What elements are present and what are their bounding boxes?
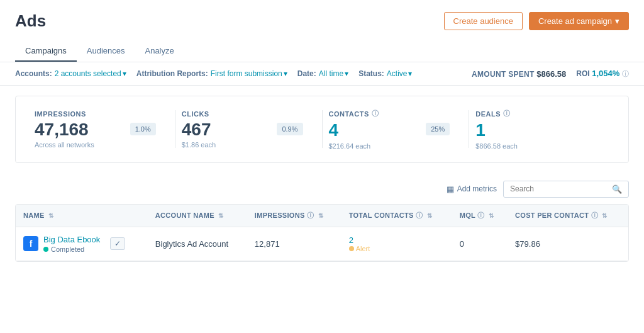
clicks-sub: $1.86 each [182,141,265,149]
stats-card: IMPRESSIONS 47,168 Across all networks 1… [15,96,629,163]
chevron-down-icon: ▾ [408,69,412,78]
campaign-name-cell: f Big Data Ebook Completed [23,235,140,253]
create-audience-button[interactable]: Create audience [444,12,523,30]
search-input[interactable] [510,184,607,193]
search-icon: 🔍 [612,184,622,194]
create-ad-campaign-label: Create ad campaign [538,16,612,26]
roi-info-icon[interactable]: ⓘ [622,70,629,77]
col-total-contacts: TOTAL CONTACTS ⓘ ⇅ [341,205,452,227]
top-bar: Ads Create audience Create ad campaign ▾… [0,0,644,62]
alert-badge: Alert [349,245,445,252]
status-dot [43,247,48,252]
bar-chart-icon: ▦ [447,184,454,194]
sort-icon-mql[interactable]: ⇅ [489,212,494,219]
chevron-down-icon: ▾ [345,69,348,78]
clicks-badge: 0.9% [277,123,303,135]
table-section: ▦ Add metrics 🔍 NAME ⇅ [15,176,629,262]
status-filter-value[interactable]: Active ▾ [387,69,413,78]
create-ad-campaign-button[interactable]: Create ad campaign ▾ [529,12,629,30]
contacts-value: 4 [329,121,414,140]
status-filter: Status: Active ▾ [358,69,412,78]
checkmark-icon: ✓ [114,239,121,248]
campaign-checkbox[interactable]: ✓ [110,237,125,250]
stat-clicks: CLICKS 467 $1.86 each 0.9% [182,110,316,149]
impressions-col-info-icon[interactable]: ⓘ [307,212,314,219]
stat-contacts: CONTACTS ⓘ 4 $216.64 each 25% [329,109,463,150]
contacts-col-info-icon[interactable]: ⓘ [416,212,423,219]
page-title: Ads [15,11,46,31]
chevron-down-icon: ▾ [123,69,126,78]
main-content: IMPRESSIONS 47,168 Across all networks 1… [0,86,644,272]
sort-icon-impressions[interactable]: ⇅ [318,212,323,219]
col-name: NAME ⇅ [16,205,148,227]
stat-divider-2 [322,110,323,148]
stat-contacts-info: CONTACTS ⓘ 4 $216.64 each [329,109,414,150]
filters-bar: Accounts: 2 accounts selected ▾ Attribut… [0,62,644,86]
filters-right: AMOUNT SPENT $866.58 ROI 1,054% ⓘ [472,69,629,79]
tab-campaigns[interactable]: Campaigns [15,41,77,62]
date-filter: Date: All time ▾ [297,69,348,78]
sort-icon-name[interactable]: ⇅ [48,212,53,219]
cell-mql: 0 [452,227,508,261]
impressions-badge: 1.0% [130,123,156,135]
cell-cost-per-contact: $79.86 [508,227,628,261]
stat-impressions: IMPRESSIONS 47,168 Across all networks 1… [35,110,169,149]
cpc-col-info-icon[interactable]: ⓘ [591,212,598,219]
chevron-down-icon: ▾ [284,69,287,78]
table-row: f Big Data Ebook Completed [16,227,628,261]
table-header: NAME ⇅ ACCOUNT NAME ⇅ IMPRESSIONS ⓘ ⇅ [16,205,628,227]
campaigns-table: NAME ⇅ ACCOUNT NAME ⇅ IMPRESSIONS ⓘ ⇅ [16,205,628,261]
tab-audiences[interactable]: Audiences [77,41,135,62]
cell-account-name: Biglytics Ad Account [148,227,247,261]
deals-value: 1 [475,121,609,140]
chevron-down-icon: ▾ [615,16,619,26]
header-actions: Create audience Create ad campaign ▾ [444,12,629,30]
mql-col-info-icon[interactable]: ⓘ [477,212,484,219]
col-cost-per-contact: COST PER CONTACT ⓘ ⇅ [508,205,628,227]
accounts-filter-value[interactable]: 2 accounts selected ▾ [55,69,126,78]
tab-analyze[interactable]: Analyze [135,41,184,62]
deals-sub: $866.58 each [475,142,609,150]
col-impressions: IMPRESSIONS ⓘ ⇅ [247,205,341,227]
sort-icon-contacts[interactable]: ⇅ [427,212,432,219]
contacts-badge: 25% [426,123,450,135]
col-mql: MQL ⓘ ⇅ [452,205,508,227]
deals-info-icon[interactable]: ⓘ [503,109,511,118]
attribution-filter: Attribution Reports: First form submissi… [136,69,287,78]
page-header: Ads Create audience Create ad campaign ▾ [15,11,629,31]
filters-left: Accounts: 2 accounts selected ▾ Attribut… [15,69,412,78]
accounts-filter: Accounts: 2 accounts selected ▾ [15,69,126,78]
table-body: f Big Data Ebook Completed [16,227,628,261]
campaign-name-link[interactable]: Big Data Ebook [43,235,100,244]
amount-spent-display: AMOUNT SPENT $866.58 [472,69,566,79]
contacts-cell: 2 [349,235,445,245]
stat-deals: DEALS ⓘ 1 $866.58 each [475,109,609,150]
add-metrics-button[interactable]: ▦ Add metrics [447,184,497,194]
date-filter-value[interactable]: All time ▾ [319,69,348,78]
cell-name: f Big Data Ebook Completed [16,227,148,261]
sort-icon-cpc[interactable]: ⇅ [602,212,607,219]
stat-deals-info: DEALS ⓘ 1 $866.58 each [475,109,609,150]
search-box: 🔍 [503,181,629,198]
nav-tabs: Campaigns Audiences Analyze [15,41,629,62]
stat-impressions-info: IMPRESSIONS 47,168 Across all networks [35,110,118,149]
cell-impressions: 12,871 [247,227,341,261]
campaign-name-info: Big Data Ebook Completed [43,235,100,253]
roi-display: ROI 1,054% ⓘ [576,69,629,79]
impressions-sub: Across all networks [35,141,118,149]
cell-total-contacts: 2 Alert [341,227,452,261]
contacts-number: 2 [349,235,353,245]
page-wrapper: Ads Create audience Create ad campaign ▾… [0,0,644,333]
table-toolbar: ▦ Add metrics 🔍 [15,176,629,204]
stat-divider-3 [469,110,469,148]
impressions-value: 47,168 [35,120,118,140]
clicks-value: 467 [182,120,265,140]
stat-divider-1 [175,110,175,148]
attribution-filter-value[interactable]: First form submission ▾ [211,69,287,78]
campaign-status: Completed [43,246,100,253]
sort-icon-account[interactable]: ⇅ [218,212,223,219]
alert-dot [349,246,354,251]
stat-clicks-info: CLICKS 467 $1.86 each [182,110,265,149]
col-account-name: ACCOUNT NAME ⇅ [148,205,247,227]
contacts-info-icon[interactable]: ⓘ [372,109,379,118]
